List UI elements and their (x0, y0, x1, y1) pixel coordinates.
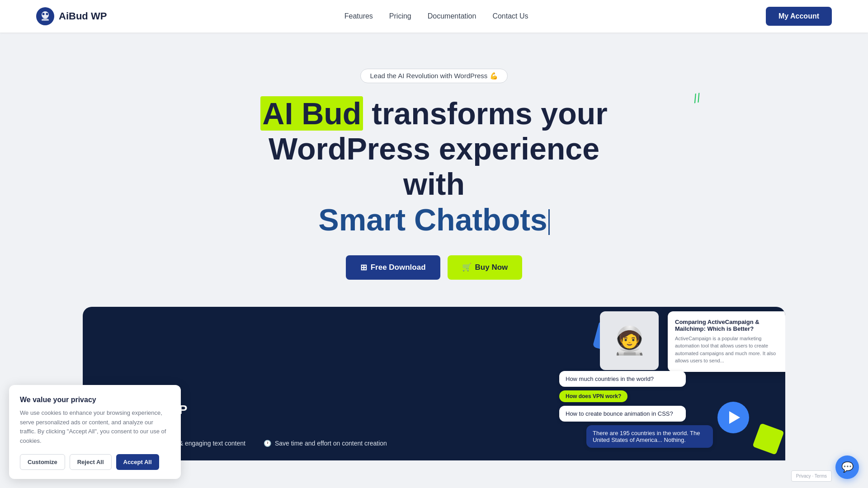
hero-section: // Lead the AI Revolution with WordPress… (0, 33, 868, 307)
chat-bubble-container: How much countries in the world? How doe… (559, 371, 713, 451)
hero-badge: Lead the AI Revolution with WordPress 💪 (360, 69, 507, 83)
demo-chat-overlay: How much countries in the world? How doe… (559, 316, 749, 460)
shape-green (752, 423, 784, 455)
svg-point-3 (46, 13, 48, 15)
hero-cta: ⊞ Free Download 🛒 Buy Now (9, 255, 859, 280)
buy-now-button[interactable]: 🛒 Buy Now (448, 255, 523, 280)
logo-link[interactable]: AiBud WP (36, 7, 107, 25)
hero-title: AI Bud transforms your WordPress experie… (249, 96, 619, 237)
hero-chatbots-text: Smart Chatbots (249, 202, 619, 237)
logo-text: AiBud WP (59, 10, 107, 22)
nav-features[interactable]: Features (344, 12, 373, 20)
cart-icon: 🛒 (462, 263, 472, 272)
chat-widget[interactable]: 💬 (835, 455, 859, 460)
cookie-text: We use cookies to enhance your browsing … (20, 408, 170, 446)
my-account-button[interactable]: My Account (766, 7, 832, 26)
wp-icon: ⊞ (360, 263, 367, 272)
chat-btn-vpn: How does VPN work? (559, 390, 627, 402)
chat-bubble-2: How to create bounce animation in CSS? (559, 406, 686, 422)
svg-point-1 (42, 11, 49, 19)
free-download-button[interactable]: ⊞ Free Download (346, 255, 440, 280)
customize-button[interactable]: Customize (20, 454, 65, 460)
reject-all-button[interactable]: Reject All (70, 454, 112, 460)
accept-all-button[interactable]: Accept All (116, 454, 159, 460)
navbar: AiBud WP Features Pricing Documentation … (0, 0, 868, 33)
nav-links: Features Pricing Documentation Contact U… (344, 12, 528, 20)
svg-rect-6 (47, 19, 49, 21)
nav-documentation[interactable]: Documentation (428, 12, 476, 20)
hero-highlight: AI Bud (260, 96, 363, 131)
play-button[interactable] (717, 402, 749, 433)
demo-section: 🧑‍🚀 AiBud WP Powered by ✦ Open AI 📄 Gene… (83, 307, 785, 460)
chat-bubble-1: How much countries in the world? (559, 371, 686, 387)
svg-point-2 (42, 13, 45, 15)
logo-icon (36, 7, 54, 25)
cookie-title: We value your privacy (20, 396, 170, 404)
cookie-buttons: Customize Reject All Accept All (20, 454, 170, 460)
chat-bubble-reply: There are 195 countries in the world. Th… (586, 425, 713, 448)
demo-feature-2: 🕐 Save time and effort on content creati… (264, 440, 387, 447)
svg-rect-4 (42, 19, 48, 21)
clock-icon: 🕐 (264, 440, 271, 447)
nav-contact[interactable]: Contact Us (492, 12, 528, 20)
svg-rect-5 (42, 19, 43, 21)
sparkle-icon: // (693, 91, 702, 106)
nav-pricing[interactable]: Pricing (389, 12, 411, 20)
cookie-banner: We value your privacy We use cookies to … (9, 385, 181, 460)
